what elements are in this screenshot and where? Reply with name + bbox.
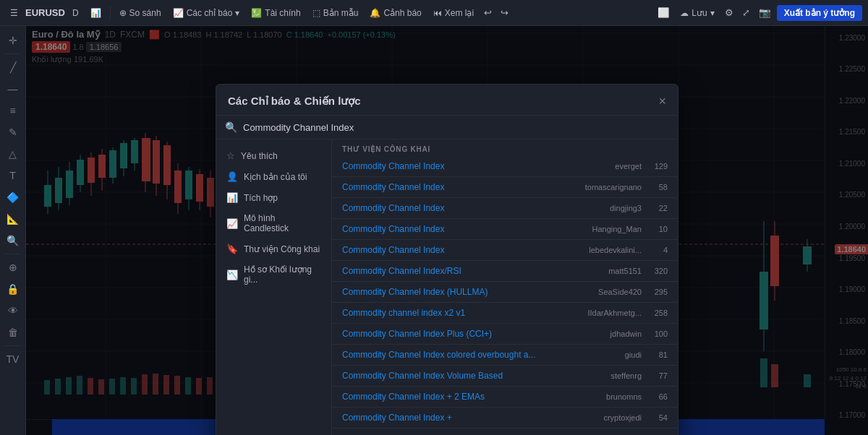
result-row-6[interactable]: Commodity Channel Index (HULLMA) SeaSide… [332, 282, 678, 303]
text-tool[interactable]: T [3, 165, 23, 186]
modal-header: Các Chỉ báo & Chiến lược × [216, 85, 678, 116]
measure-tool[interactable]: 📐 [3, 209, 23, 229]
menu-item-my-scripts[interactable]: 👤 Kịch bản của tôi [216, 166, 331, 187]
lock-tool[interactable]: 🔒 [3, 279, 23, 299]
indicators-button[interactable]: 📈 Các chỉ báo ▾ [169, 6, 244, 20]
result-row-4[interactable]: Commodity Channel Index lebedevkalini...… [332, 240, 678, 261]
results-list: THƯ VIỆN CÔNG KHAI Commodity Channel Ind… [332, 139, 678, 435]
save-button[interactable]: ☁ Lưu ▾ [676, 6, 718, 20]
result-count-6: 295 [646, 288, 668, 296]
left-sep2 [5, 254, 21, 254]
result-row-10[interactable]: Commodity Channel Index Volume Based ste… [332, 366, 678, 387]
hamburger-icon: ☰ [10, 8, 18, 18]
indicators-count-btn[interactable]: 📊 [86, 6, 106, 20]
result-name-10[interactable]: Commodity Channel Index Volume Based [342, 371, 565, 381]
result-author-10: steffenrg [569, 371, 642, 380]
menu-item-public-library[interactable]: 🔖 Thư viện Công khai [216, 238, 331, 259]
template-button[interactable]: ⬚ Bản mẫu [308, 6, 363, 20]
cloud-icon: ☁ [680, 8, 689, 18]
fullscreen-button[interactable]: ⬜ [655, 4, 673, 21]
result-count-7: 258 [646, 309, 668, 317]
dropdown-arrow: ▾ [235, 8, 239, 18]
delete-tool[interactable]: 🗑 [3, 322, 23, 343]
result-author-0: everget [569, 162, 642, 171]
search-input[interactable] [243, 122, 669, 133]
modal-title: Các Chỉ báo & Chiến lược [228, 95, 361, 108]
result-name-0[interactable]: Commodity Channel Index [342, 161, 565, 171]
result-name-11[interactable]: Commodity Channel Index + 2 EMAs [342, 392, 565, 402]
timeframe-button[interactable]: D [68, 6, 83, 20]
export-button[interactable]: Xuất bản ý tưởng [777, 5, 862, 21]
brush-tool[interactable]: ✎ [3, 122, 23, 142]
user-icon: 👤 [226, 171, 238, 182]
redo-button[interactable]: ↪ [498, 4, 511, 21]
result-name-12[interactable]: Commodity Channel Index + [342, 413, 565, 423]
result-row-11[interactable]: Commodity Channel Index + 2 EMAs brunomn… [332, 387, 678, 408]
result-name-6[interactable]: Commodity Channel Index (HULLMA) [342, 287, 565, 297]
result-row-2[interactable]: Commodity Channel Index dingjing3 22 [332, 198, 678, 219]
result-author-11: brunomns [569, 392, 642, 401]
cursor-tool[interactable]: ✛ [3, 30, 23, 51]
volume-icon: 📉 [226, 270, 238, 280]
modal-close-button[interactable]: × [658, 95, 666, 108]
result-row-5[interactable]: Commodity Channel Index/RSI matt5151 320 [332, 261, 678, 282]
expand-button[interactable]: ⤢ [739, 4, 753, 21]
bookmark-icon: 🔖 [226, 244, 238, 254]
shapes-tool[interactable]: △ [3, 144, 23, 164]
modal-overlay[interactable]: Các Chỉ báo & Chiến lược × 🔍 ☆ Yêu thích [26, 26, 868, 435]
result-name-7[interactable]: Commodity channel index x2 v1 [342, 308, 565, 318]
financial-icon: 💹 [251, 8, 262, 18]
result-author-3: Hanging_Man [569, 225, 642, 233]
result-count-12: 54 [646, 413, 668, 422]
star-icon: ☆ [226, 150, 235, 161]
result-name-5[interactable]: Commodity Channel Index/RSI [342, 266, 565, 276]
compare-button[interactable]: ⊕ So sánh [115, 6, 166, 20]
horizontal-line-tool[interactable]: — [3, 79, 23, 99]
result-row-9[interactable]: Commodity Channel Index colored overboug… [332, 345, 678, 366]
settings-button[interactable]: ⚙ [722, 4, 736, 21]
result-row-7[interactable]: Commodity channel index x2 v1 IIdarAkhme… [332, 303, 678, 324]
result-row-8[interactable]: Commodity Channel Index Plus (CCI+) jdha… [332, 324, 678, 345]
result-author-5: matt5151 [569, 267, 642, 275]
results-section-header: THƯ VIỆN CÔNG KHAI [332, 139, 678, 156]
menu-item-integrations[interactable]: 📊 Tích hợp [216, 187, 331, 208]
indicators-icon: 📊 [90, 8, 101, 18]
result-author-4: lebedevkalini... [569, 246, 642, 254]
result-row-12[interactable]: Commodity Channel Index + cryptoxjedi 54 [332, 408, 678, 428]
patterns-tool[interactable]: 🔷 [3, 187, 23, 207]
result-name-4[interactable]: Commodity Channel Index [342, 245, 565, 255]
replay-button[interactable]: ⏮ Xem lại [429, 6, 478, 20]
hide-tool[interactable]: 👁 [3, 301, 23, 321]
zoom-tool[interactable]: 🔍 [3, 231, 23, 251]
toolbar-right: ⬜ ☁ Lưu ▾ ⚙ ⤢ 📷 Xuất bản ý tưởng [655, 4, 862, 21]
hamburger-menu[interactable]: ☰ [6, 6, 22, 20]
magnet-tool[interactable]: ⊕ [3, 257, 23, 277]
tradingview-logo[interactable]: TV [3, 349, 23, 369]
bar-chart-icon: 📊 [226, 192, 238, 203]
result-row-3[interactable]: Commodity Channel Index Hanging_Man 10 [332, 219, 678, 240]
camera-button[interactable]: 📷 [756, 4, 774, 21]
alert-icon: 🔔 [370, 8, 380, 18]
channel-tool[interactable]: ≡ [3, 100, 23, 121]
result-name-8[interactable]: Commodity Channel Index Plus (CCI+) [342, 329, 565, 339]
undo-button[interactable]: ↩ [481, 4, 495, 21]
financial-button[interactable]: 💹 Tài chính [247, 6, 305, 20]
result-name-9[interactable]: Commodity Channel Index colored overboug… [342, 350, 565, 360]
result-name-2[interactable]: Commodity Channel Index [342, 203, 565, 213]
result-row-0[interactable]: Commodity Channel Index everget 129 [332, 156, 678, 177]
menu-item-volume-profiles[interactable]: 📉 Hồ sơ Khối lượng gi... [216, 259, 331, 290]
search-icon: 🔍 [225, 121, 237, 133]
result-row-1[interactable]: Commodity Channel Index tomascarignano 5… [332, 177, 678, 198]
chart-area[interactable]: Euro / Đô la Mỹ 1D FXCM 🟥 O 1.18483 H 1.… [26, 26, 868, 435]
result-count-3: 10 [646, 225, 668, 233]
left-toolbar: ✛ ╱ — ≡ ✎ △ T 🔷 📐 🔍 ⊕ 🔒 👁 🗑 TV [0, 26, 26, 435]
menu-item-candlestick[interactable]: 📈 Mô hình Candlestick [216, 208, 331, 238]
trend-line-tool[interactable]: ╱ [3, 57, 23, 77]
result-name-1[interactable]: Commodity Channel Index [342, 182, 565, 192]
save-dropdown-icon: ▾ [710, 8, 715, 18]
result-row-13[interactable]: Commodity Channel Index + Relative Stren… [332, 428, 678, 435]
alert-button[interactable]: 🔔 Cảnh báo [365, 6, 425, 20]
result-name-3[interactable]: Commodity Channel Index [342, 224, 565, 234]
result-count-0: 129 [646, 162, 668, 171]
menu-item-favorites[interactable]: ☆ Yêu thích [216, 145, 331, 166]
